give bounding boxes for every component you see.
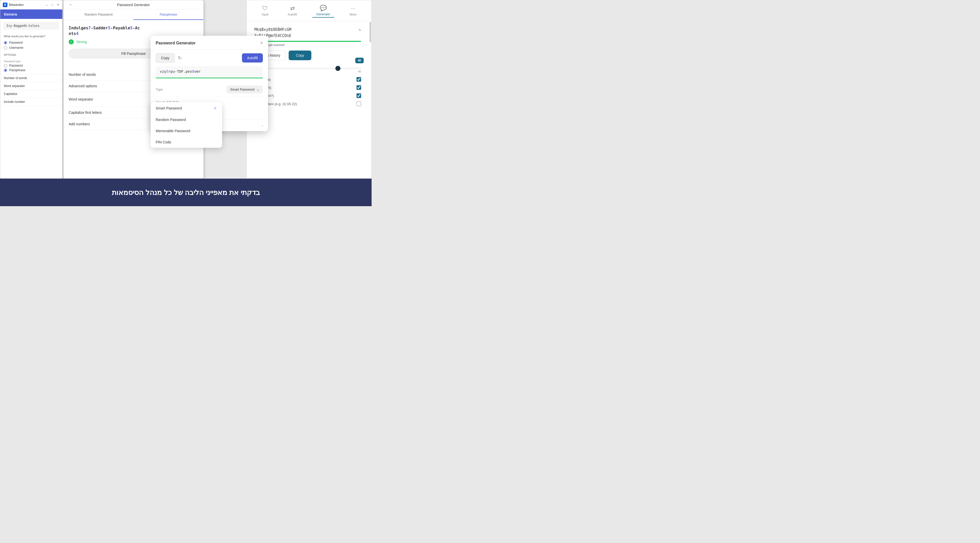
onepass-option-2: s (e.g. 345) xyxy=(255,85,361,90)
bw-pw-radio-passphrase[interactable]: Passphrase xyxy=(4,68,59,72)
pg-dialog-title: Password Generator xyxy=(156,41,196,45)
pg-num-highlight-1: 7 xyxy=(88,25,91,30)
pg-type-select[interactable]: Smart Password ⌄ xyxy=(227,86,263,94)
dropdown-item-memorable[interactable]: Memorable Password xyxy=(151,125,222,137)
onepass-nav-autofill[interactable]: ⇄ Autofill xyxy=(284,4,301,17)
bw-pw-radio-password-input[interactable] xyxy=(4,64,7,67)
pg-strength-icon: ✓ xyxy=(68,39,74,44)
onepass-option-2-checkbox[interactable] xyxy=(356,85,361,90)
bw-pw-type-passphrase-label: Passphrase xyxy=(9,68,25,72)
dropdown-memorable-label: Memorable Password xyxy=(156,129,190,133)
bw-radio-group: Password Username xyxy=(0,40,62,51)
pg-autofill-button[interactable]: Autofill xyxy=(242,53,263,62)
bw-radio-password-label: Password xyxy=(9,41,23,44)
bw-radio-username[interactable]: Username xyxy=(4,46,59,49)
pg-dialog-type-field: Type Smart Password ⌄ xyxy=(151,83,268,97)
dropdown-random-label: Random Password xyxy=(156,117,186,122)
autofill-label: Autofill xyxy=(288,13,297,16)
pg-dialog-password: vzy5rpu-TDF.pex8vmr xyxy=(156,66,263,76)
onepass-strength-bar xyxy=(255,41,361,42)
onepass-options-list: rs (e.g. Aa) s (e.g. 345) ols (@&$!#?) a… xyxy=(255,77,361,106)
onepass-length-badge: 40 xyxy=(355,58,364,63)
onepass-scrollthumb xyxy=(369,22,371,42)
bitwarden-title: Bitwarden xyxy=(9,3,24,6)
minimize-button[interactable]: — xyxy=(45,3,48,6)
pg-num-highlight-4: 4 xyxy=(76,31,79,36)
pg-history-arrow-icon: › xyxy=(262,124,263,128)
dropdown-item-random[interactable]: Random Password xyxy=(151,114,222,125)
onepass-nav-generator[interactable]: 💬 Generator xyxy=(312,4,334,17)
bw-pw-type-label: Password type xyxy=(4,60,59,63)
bitwarden-header: Genera xyxy=(0,10,62,19)
bw-pw-type-password-label: Password xyxy=(9,64,23,67)
bw-password-display: Icy-Bagged4-Coloss xyxy=(3,22,59,30)
onepass-refresh-icon[interactable]: ↻ xyxy=(359,27,361,33)
bw-options-label: OPTIONS xyxy=(0,51,62,58)
dropdown-smart-label: Smart Password xyxy=(156,106,182,110)
pg-dialog-num-2: 8 xyxy=(192,70,194,73)
dropdown-check-icon: ✓ xyxy=(213,106,217,111)
pg-type-chevron-icon: ⌄ xyxy=(256,87,259,91)
onepass-pass-line1: Mk$Bxy8$9EBHFcGM ↻ xyxy=(255,27,361,33)
dropdown-item-pin[interactable]: PIN Code xyxy=(151,137,222,148)
onepass-pass-line2: SyD!iP@mfE4CCDnE xyxy=(255,33,361,39)
bitwarden-header-label: Genera xyxy=(4,12,17,16)
pg-back-button[interactable]: ← xyxy=(67,2,75,8)
onepass-nav-more[interactable]: ··· More xyxy=(345,4,361,17)
generator-icon: 💬 xyxy=(320,5,327,11)
vault-label: Vault xyxy=(262,13,268,16)
bw-option-capitalize: Capitalize xyxy=(0,90,62,98)
bw-pw-radio-passphrase-input[interactable] xyxy=(4,69,7,72)
pg-type-label: Type xyxy=(156,87,163,91)
pg-tab-random[interactable]: Random Password xyxy=(64,10,134,20)
window-controls: — □ ✕ xyxy=(45,3,60,6)
onepass-slider-max-label: 40 xyxy=(358,70,361,73)
pg-dialog-header: Password Generator × xyxy=(151,36,268,49)
bw-radio-username-input[interactable] xyxy=(4,46,7,49)
onepass-topnav: 🛡 Vault ⇄ Autofill 💬 Generator ··· More xyxy=(247,0,371,21)
banner-text: בדקתי את מאפייני הליבה של כל מנהל הסיסמא… xyxy=(112,188,259,197)
bw-radio-password[interactable]: Password xyxy=(4,41,59,44)
pg-generated-password: Indulges7-Sadder5-Payable5-Acnts4 xyxy=(68,25,198,37)
onepass-strength-bar-wrap xyxy=(255,41,361,42)
pg-refresh-button[interactable]: ↻ xyxy=(178,55,182,61)
dropdown-item-smart[interactable]: Smart Password ✓ xyxy=(151,102,222,114)
pg-dialog-actions: Copy ↻ Autofill xyxy=(151,49,268,66)
pg-num-highlight-2: 5 xyxy=(108,25,110,30)
more-label: More xyxy=(350,13,356,16)
pg-window-title: Password Generator xyxy=(75,3,192,7)
pg-type-value: Smart Password xyxy=(230,87,255,91)
pg-tab-passphrase[interactable]: Passphrase xyxy=(134,10,204,20)
onepass-actions-row: Show history Copy xyxy=(255,51,361,60)
bw-pw-type-section: Password type Password Passphrase xyxy=(0,58,62,74)
onepass-option-1-checkbox[interactable] xyxy=(356,77,361,82)
bitwarden-logo: B Bitwarden xyxy=(3,3,24,7)
bw-radio-password-input[interactable] xyxy=(4,41,7,44)
pg-tabs: Random Password Passphrase xyxy=(64,10,204,20)
pg-dialog-copy-button[interactable]: Copy xyxy=(156,53,175,63)
onepass-slider-section: 40 40 xyxy=(255,65,361,73)
bw-radio-username-label: Username xyxy=(9,46,23,49)
maximize-button[interactable]: □ xyxy=(51,3,54,6)
pg-dialog-close-button[interactable]: × xyxy=(260,40,263,46)
close-button[interactable]: ✕ xyxy=(56,3,60,6)
bw-option-number: Include number xyxy=(0,98,62,106)
autofill-icon: ⇄ xyxy=(290,5,295,12)
bw-generate-label: What would you like to generate? xyxy=(0,33,62,40)
onepass-password-display: Mk$Bxy8$9EBHFcGM ↻ SyD!iP@mfE4CCDnE xyxy=(255,27,361,39)
pg-titlebar: ← Password Generator xyxy=(64,0,204,10)
onepass-option-4-checkbox[interactable] xyxy=(356,102,361,106)
onepass-option-4: ar characters (e.g. 1l| O0 Z2) xyxy=(255,102,361,106)
bitwarden-window: B Bitwarden — □ ✕ Genera Icy-Bagged4-Col… xyxy=(0,0,62,179)
onepass-copy-button[interactable]: Copy xyxy=(289,51,311,60)
onepass-strength-msg: sword strength reached! xyxy=(255,43,361,46)
bw-pw-radio-password[interactable]: Password xyxy=(4,64,59,67)
onepass-option-3-checkbox[interactable] xyxy=(356,94,361,98)
onepass-nav-vault[interactable]: 🛡 Vault xyxy=(258,4,272,17)
pg-num-highlight-3: 5 xyxy=(130,25,133,30)
onepass-length-slider[interactable] xyxy=(255,68,361,69)
type-dropdown: Smart Password ✓ Random Password Memorab… xyxy=(151,102,222,148)
generator-label: Generator xyxy=(317,13,330,16)
pg-separator-label: Word separator xyxy=(68,97,93,101)
pg-dialog-num-1: 5 xyxy=(166,70,168,73)
